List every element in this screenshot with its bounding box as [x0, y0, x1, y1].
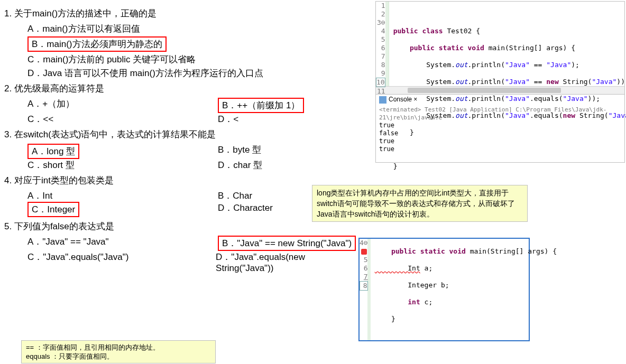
line-no: 9 [376, 69, 385, 78]
q4-title: 4. 对应于int类型的包装类是 [4, 174, 364, 186]
q3-opt-d: D．char 型 [218, 159, 262, 171]
editor-gutter: 1 2 3⊖ 4 5 6 7 8 9 10 11 [376, 2, 389, 86]
q4-opt-c: C．Integer [27, 202, 79, 217]
line-no: 11 [376, 87, 385, 96]
q4-opt-b: B．Char [218, 190, 252, 202]
q5-title: 5. 下列值为false的表达式是 [4, 220, 364, 232]
q1-opt-d: D．Java 语言可以不使用 main()方法作为程序运行的入口点 [27, 67, 364, 79]
line-no: 2 [376, 10, 385, 18]
q2-opt-c: C．<< [27, 113, 218, 125]
q2-title: 2. 优先级最高的运算符是 [4, 82, 364, 95]
line-no: 7 [376, 52, 385, 61]
line-no: 10 [376, 78, 385, 86]
snippet-gutter: 4⊖ 5 6 7 8 [360, 239, 371, 340]
q5-opt-d: D．"Java".equals(new String("Java")) [216, 251, 364, 274]
q1-opt-a: A．main()方法可以有返回值 [27, 23, 364, 35]
q4-opt-a: A．Int [27, 190, 218, 202]
note-q3: long类型在计算机内存中占用的空间比int类型大，直接用于switch语句可能… [312, 185, 528, 222]
q5-opt-a: A．"Java" == "Java" [27, 236, 218, 251]
line-no: 8 [363, 282, 367, 290]
q3-opt-b: B．byte 型 [218, 144, 261, 159]
code-snippet-q4: 4⊖ 5 6 7 8 public static void main(Strin… [358, 238, 530, 341]
q1-title: 1. 关于main()方法的描述中，正确的是 [4, 7, 364, 20]
line-no: 6 [376, 44, 385, 52]
snippet-code: public static void main(String[] args) {… [371, 239, 557, 340]
q4-opt-d: D．Character [218, 202, 273, 217]
q1-opt-b: B．main()方法必须声明为静态的 [27, 36, 167, 52]
console-icon [379, 96, 386, 104]
question-list: 1. 关于main()方法的描述中，正确的是 A．main()方法可以有返回值 … [4, 4, 364, 274]
q2-opt-b: B．++（前缀加 1） [218, 98, 304, 113]
line-no: 8 [376, 61, 385, 69]
q5-opt-b: B．"Java" == new String("Java") [218, 236, 356, 251]
line-no: 6 [360, 264, 368, 273]
code-body[interactable]: public class Test02 { public static void… [389, 2, 626, 86]
line-no: 4 [376, 27, 385, 35]
q2-opt-a: A．+（加） [27, 98, 218, 113]
code-editor: 1 2 3⊖ 4 5 6 7 8 9 10 11 public class Te… [375, 1, 625, 163]
q3-title: 3. 在switch(表达式)语句中，表达式的计算结果不能是 [4, 128, 364, 141]
line-no: 5 [364, 256, 368, 264]
line-no: 1 [376, 2, 385, 10]
line-no: 3 [377, 18, 381, 26]
q3-opt-c: C．short 型 [27, 159, 218, 171]
note-q5: == ：字面值相同，且引用相同的内存地址。 eqquals ：只要字面值相同。 [21, 340, 216, 363]
note-q5-line2: eqquals ：只要字面值相同。 [26, 352, 211, 361]
q3-opt-a: A．long 型 [27, 144, 79, 159]
error-icon [361, 249, 367, 255]
line-no: 5 [376, 35, 385, 44]
note-q5-line1: == ：字面值相同，且引用相同的内存地址。 [26, 343, 211, 352]
q1-opt-c: C．main()方法前的 public 关键字可以省略 [27, 53, 364, 66]
line-no: 4 [360, 239, 364, 247]
line-no: 7 [360, 273, 368, 281]
q2-opt-d: D．< [218, 113, 238, 125]
q5-opt-c: C．"Java".equals("Java") [27, 251, 216, 274]
